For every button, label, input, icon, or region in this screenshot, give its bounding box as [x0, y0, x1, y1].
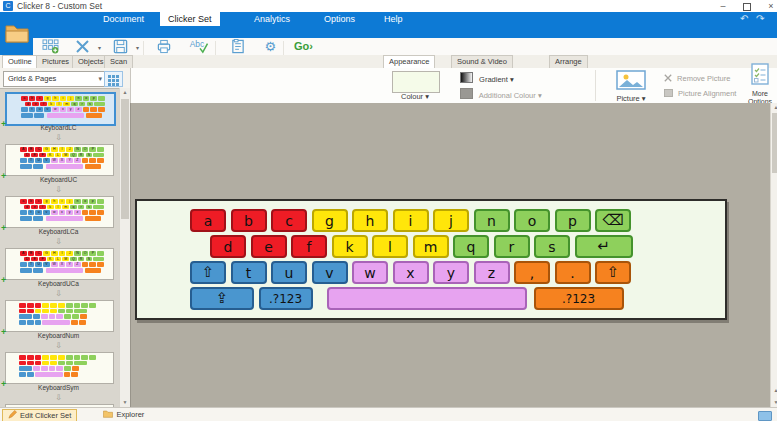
mini-key: q [70, 205, 77, 210]
scroll-up-icon[interactable]: ▲ [120, 88, 130, 97]
scrollbar-thumb[interactable] [772, 113, 777, 173]
key-o[interactable]: o [514, 209, 550, 232]
scroll-down-icon[interactable]: ▼ [120, 398, 130, 407]
colour-dropdown[interactable]: Colour ▾ [388, 92, 442, 101]
undo-icon[interactable]: ↶ [740, 13, 748, 24]
mini-key: s [87, 102, 94, 107]
scrollbar-thumb[interactable] [121, 99, 129, 219]
key-space[interactable] [327, 287, 527, 310]
display-icon[interactable] [758, 411, 772, 421]
menu-tab-analytics[interactable]: Analytics [246, 12, 298, 26]
canvas-scrollbar[interactable]: ▲ ▲ ▼ [770, 103, 777, 407]
mini-key [94, 102, 105, 107]
mini-key [20, 216, 32, 221]
mini-key: R [78, 153, 85, 158]
scroll-up-icon[interactable]: ▲ [771, 103, 777, 112]
key-b[interactable]: b [231, 209, 267, 232]
redo-icon[interactable]: ↷ [756, 13, 764, 24]
chevron-down-icon[interactable]: ▾ [136, 44, 139, 51]
key-a[interactable]: a [190, 209, 226, 232]
mini-key [97, 147, 104, 152]
mini-key [20, 268, 32, 273]
file-menu-button[interactable] [0, 12, 33, 55]
colour-swatch[interactable] [392, 71, 440, 93]
mini-key: X [59, 158, 66, 163]
key-u[interactable]: u [271, 261, 307, 284]
scroll-up-icon[interactable]: ▲ [771, 386, 777, 395]
grid-thumbnail-keyboardnum[interactable] [5, 300, 114, 332]
key-f[interactable]: f [291, 235, 327, 258]
key-y[interactable]: y [433, 261, 469, 284]
maximize-button[interactable] [736, 0, 758, 12]
sidebar-tab-outline[interactable]: Outline [2, 55, 38, 68]
key-l[interactable]: l [372, 235, 408, 258]
key-n[interactable]: n [474, 209, 510, 232]
key-caps-lock[interactable]: ⇪ [190, 287, 254, 310]
mini-key [19, 355, 26, 360]
key-c[interactable]: c [271, 209, 307, 232]
mini-key [58, 303, 65, 308]
grid-thumbnail-keyboardlc[interactable]: abcghijnopdefklmqrstuvwxyz [5, 92, 116, 126]
menu-tab-help[interactable]: Help [376, 12, 411, 26]
sidebar-tab-scan[interactable]: Scan [104, 55, 133, 68]
key-w[interactable]: w [352, 261, 388, 284]
key-x[interactable]: x [393, 261, 429, 284]
key-g[interactable]: g [312, 209, 348, 232]
key-shift-left[interactable]: ⇧ [190, 261, 226, 284]
key-h[interactable]: h [352, 209, 388, 232]
gradient-dropdown[interactable]: Gradient ▾ [460, 72, 514, 84]
link-down-arrow-icon: ⇩ [5, 237, 112, 246]
chevron-down-icon[interactable]: ▾ [98, 44, 101, 51]
key-r[interactable]: r [494, 235, 530, 258]
menu-tab-clicker-set[interactable]: Clicker Set [160, 12, 220, 26]
scroll-down-icon[interactable]: ▼ [771, 398, 777, 407]
mini-keyboard-preview [10, 355, 108, 380]
key-d[interactable]: d [210, 235, 246, 258]
key-enter[interactable]: ↵ [575, 235, 633, 258]
status-tab-edit-clicker-set[interactable]: Edit Clicker Set [2, 409, 77, 421]
key-v[interactable]: v [312, 261, 348, 284]
menu-tab-document[interactable]: Document [95, 12, 152, 26]
panel-tab-appearance[interactable]: Appearance [383, 55, 435, 68]
key-symbols-right[interactable]: .?123 [534, 287, 624, 310]
key-symbols-left[interactable]: .?123 [259, 287, 313, 310]
mini-key [74, 303, 81, 308]
grid-thumbnail-keyboardlca[interactable]: abcghijnopdefklmqrstuvwxyz [5, 196, 114, 228]
key-shift-right[interactable]: ⇧ [595, 261, 631, 284]
key-m[interactable]: m [413, 235, 449, 258]
key-s[interactable]: s [534, 235, 570, 258]
panel-tab-arrange[interactable]: Arrange [549, 55, 588, 68]
grid-thumbnail-keyboardsym[interactable] [5, 352, 114, 384]
key-j[interactable]: j [433, 209, 469, 232]
more-options-button[interactable]: More Options [745, 62, 775, 106]
key-e[interactable]: e [251, 235, 287, 258]
key-q[interactable]: q [453, 235, 489, 258]
grid-view-button[interactable] [104, 71, 123, 87]
key-z[interactable]: z [474, 261, 510, 284]
mini-key: U [35, 262, 42, 267]
minimize-button[interactable]: – [712, 0, 734, 12]
view-selector-dropdown[interactable]: Grids & Pages ▾ [3, 71, 106, 87]
key-period[interactable]: . [555, 261, 591, 284]
mini-key [27, 355, 34, 360]
grid-thumbnail-keyboarduca[interactable]: ABCGHIJNOPDEFKLMQRSTUVWXYZ [5, 248, 114, 280]
mini-key: v [44, 107, 51, 112]
key-backspace[interactable]: ⌫ [595, 209, 631, 232]
sidebar-tab-pictures[interactable]: Pictures [36, 55, 75, 68]
mini-key [50, 361, 57, 366]
panel-tab-sound-video[interactable]: Sound & Video [451, 55, 513, 68]
key-i[interactable]: i [393, 209, 429, 232]
key-comma[interactable]: , [514, 261, 550, 284]
menu-tab-options[interactable]: Options [316, 12, 363, 26]
grid-thumbnail-keyboarduc[interactable]: ABCGHIJNOPDEFKLMQRSTUVWXYZ [5, 144, 114, 176]
chevron-down-icon: ▾ [425, 92, 429, 101]
close-window-button[interactable]: × [760, 0, 777, 12]
key-t[interactable]: t [231, 261, 267, 284]
mini-key [97, 158, 104, 163]
key-p[interactable]: p [555, 209, 591, 232]
sidebar-scrollbar[interactable]: ▲ ▼ [119, 88, 130, 407]
status-tab-explorer[interactable]: Explorer [98, 409, 149, 420]
key-k[interactable]: k [332, 235, 368, 258]
picture-dropdown[interactable]: Picture ▾ [608, 70, 654, 103]
additional-colour-dropdown[interactable]: Additional Colour ▾ [460, 88, 542, 100]
